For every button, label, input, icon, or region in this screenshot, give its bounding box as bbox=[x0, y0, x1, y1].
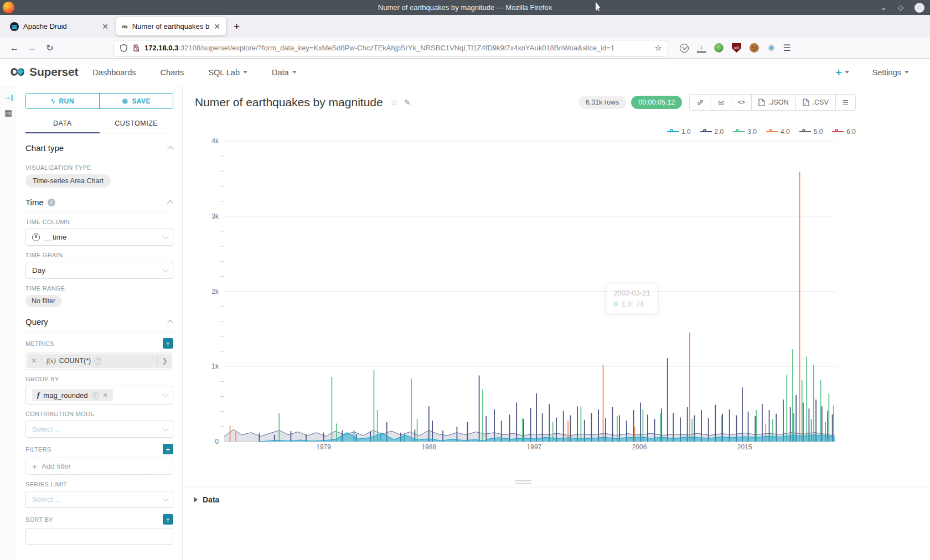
url-text[interactable]: 172.18.0.3:32108/superset/explore/?form_… bbox=[144, 44, 650, 52]
chevron-down-icon bbox=[162, 425, 168, 431]
chevron-down-icon bbox=[162, 391, 168, 397]
row-count-badge: 6.31k rows bbox=[578, 96, 626, 109]
add-metric-button[interactable]: + bbox=[163, 338, 173, 349]
legend-marker-icon bbox=[766, 129, 778, 134]
section-time[interactable]: Timei bbox=[25, 198, 173, 212]
legend-item-4.0[interactable]: 4.0 bbox=[766, 128, 790, 136]
viz-type-pill[interactable]: Time-series Area Chart bbox=[25, 174, 111, 188]
browser-toolbar: ← → ↻ 172.18.0.3:32108/superset/explore/… bbox=[0, 38, 930, 59]
window-maximize-icon[interactable]: ◇ bbox=[898, 4, 903, 11]
section-chart-type[interactable]: Chart type bbox=[25, 143, 173, 158]
url-bar[interactable]: 172.18.0.3:32108/superset/explore/?form_… bbox=[114, 40, 668, 56]
pocket-icon[interactable] bbox=[680, 44, 689, 53]
contribution-mode-select[interactable]: Select ... bbox=[25, 421, 173, 438]
legend-marker-icon bbox=[832, 129, 844, 134]
nav-item-charts[interactable]: Charts bbox=[161, 68, 184, 77]
chevron-down-icon bbox=[162, 266, 168, 272]
window-minimize-icon[interactable]: ⌄ bbox=[881, 4, 887, 11]
sort-by-select[interactable] bbox=[25, 528, 173, 545]
favorite-star-icon[interactable]: ☆ bbox=[390, 97, 399, 108]
nav-item-sql-lab[interactable]: SQL Lab bbox=[208, 68, 247, 77]
tab-apache-druid[interactable]: Apache Druid ✕ bbox=[4, 17, 114, 35]
back-icon[interactable]: ← bbox=[6, 43, 23, 53]
edit-title-icon[interactable]: ✎ bbox=[404, 98, 411, 107]
settings-menu[interactable]: Settings bbox=[872, 68, 909, 77]
metric-item[interactable]: ✕ f(x)COUNT(*)? ❯ bbox=[25, 352, 173, 370]
chart-tooltip: 2002-03-21 1.0: 74 bbox=[607, 284, 657, 313]
ublock-extension-icon[interactable]: uO bbox=[732, 43, 741, 53]
chart-canvas[interactable]: 01k2k3k4k19791988199720062015 bbox=[183, 136, 930, 457]
shield-icon[interactable] bbox=[120, 44, 128, 53]
firefox-logo-icon bbox=[3, 2, 14, 13]
superset-logo[interactable]: ∞ Superset bbox=[10, 64, 78, 80]
downloads-icon[interactable]: ↓ bbox=[697, 44, 706, 53]
tab-data[interactable]: DATA bbox=[25, 113, 100, 133]
group-by-pill[interactable]: f mag_rounded ? ✕ bbox=[32, 389, 113, 401]
new-tab-button[interactable]: + bbox=[228, 20, 245, 33]
save-button[interactable]: ⊕SAVE bbox=[99, 94, 173, 108]
time-range-label: TIME RANGE bbox=[25, 285, 173, 292]
add-sort-by-button[interactable]: + bbox=[163, 514, 173, 525]
legend-item-6.0[interactable]: 6.0 bbox=[832, 128, 856, 136]
add-new-button[interactable]: + bbox=[835, 66, 849, 79]
embed-code-button[interactable]: <> bbox=[731, 95, 752, 110]
window-close-icon[interactable]: ✕ bbox=[914, 3, 924, 13]
firefox-menu-icon[interactable]: ☰ bbox=[783, 43, 790, 53]
legend-item-3.0[interactable]: 3.0 bbox=[733, 128, 757, 136]
tab-close-icon[interactable]: ✕ bbox=[214, 22, 220, 31]
nav-item-data[interactable]: Data bbox=[272, 68, 297, 77]
expand-dataset-panel-icon[interactable]: →| bbox=[4, 93, 13, 101]
lock-insecure-icon[interactable] bbox=[132, 44, 140, 52]
add-filter-button[interactable]: + bbox=[163, 444, 173, 454]
window-title: Numer of earthquakes by magnitude — Mozi… bbox=[378, 3, 552, 12]
legend-item-2.0[interactable]: 2.0 bbox=[700, 128, 724, 136]
metric-expand-icon[interactable]: ❯ bbox=[157, 357, 172, 365]
time-grain-select[interactable]: Day bbox=[25, 262, 173, 279]
tab-close-icon[interactable]: ✕ bbox=[102, 22, 108, 31]
svg-text:2015: 2015 bbox=[737, 443, 752, 451]
copy-link-button[interactable] bbox=[690, 95, 711, 110]
data-results-toggle[interactable]: Data bbox=[183, 487, 930, 504]
file-icon bbox=[758, 98, 765, 106]
tab-customize[interactable]: CUSTOMIZE bbox=[100, 113, 174, 133]
container-extension-icon[interactable]: ✳ bbox=[767, 44, 774, 53]
superset-menu: DashboardsChartsSQL LabData bbox=[92, 68, 296, 77]
resize-grip[interactable] bbox=[515, 480, 531, 485]
series-limit-select[interactable]: Select ... bbox=[25, 491, 173, 508]
time-column-select[interactable]: __time bbox=[25, 229, 173, 246]
code-icon: <> bbox=[738, 98, 745, 106]
run-button[interactable]: ϟRUN bbox=[26, 94, 99, 108]
remove-group-by-icon[interactable]: ✕ bbox=[103, 392, 108, 399]
question-icon: ? bbox=[92, 392, 99, 399]
remove-metric-icon[interactable]: ✕ bbox=[27, 357, 42, 365]
caret-right-icon bbox=[194, 497, 198, 502]
section-query[interactable]: Query bbox=[25, 317, 173, 332]
bookmark-star-icon[interactable]: ☆ bbox=[655, 43, 662, 53]
tab-earthquakes[interactable]: ∞ Numer of earthquakes by m ✕ bbox=[116, 17, 226, 35]
mouse-cursor bbox=[596, 2, 602, 11]
link-icon bbox=[696, 98, 704, 106]
url-host: 172.18.0.3 bbox=[144, 44, 178, 52]
group-by-select[interactable]: f mag_rounded ? ✕ bbox=[25, 386, 173, 405]
cookie-extension-icon[interactable] bbox=[750, 43, 759, 53]
time-range-pill[interactable]: No filter bbox=[25, 295, 61, 307]
chart-area: Numer of earthquakes by magnitude ☆ ✎ 6.… bbox=[183, 86, 930, 560]
chart-title: Numer of earthquakes by magnitude bbox=[195, 96, 383, 109]
contribution-mode-label: CONTRIBUTION MODE bbox=[25, 411, 173, 417]
envelope-icon: ✉ bbox=[718, 98, 724, 107]
nav-item-dashboards[interactable]: Dashboards bbox=[92, 68, 136, 77]
export-csv-button[interactable]: x .CSV bbox=[796, 95, 836, 110]
time-column-label: TIME COLUMN bbox=[25, 219, 173, 225]
legend-item-5.0[interactable]: 5.0 bbox=[799, 128, 823, 136]
dataset-grid-icon[interactable]: ▦ bbox=[4, 108, 12, 118]
reload-icon[interactable]: ↻ bbox=[41, 43, 59, 53]
legend-item-1.0[interactable]: 1.0 bbox=[667, 128, 691, 136]
forward-icon[interactable]: → bbox=[23, 43, 41, 53]
export-json-button[interactable]: .JSON bbox=[752, 95, 796, 110]
email-button[interactable]: ✉ bbox=[711, 95, 731, 110]
caret-down-icon bbox=[845, 71, 849, 74]
add-filter-dropzone[interactable]: + Add filter bbox=[25, 458, 173, 475]
chart-menu-button[interactable]: ☰ bbox=[836, 95, 855, 110]
filters-label: FILTERS bbox=[25, 446, 51, 453]
privacy-badger-extension-icon[interactable] bbox=[714, 43, 724, 53]
